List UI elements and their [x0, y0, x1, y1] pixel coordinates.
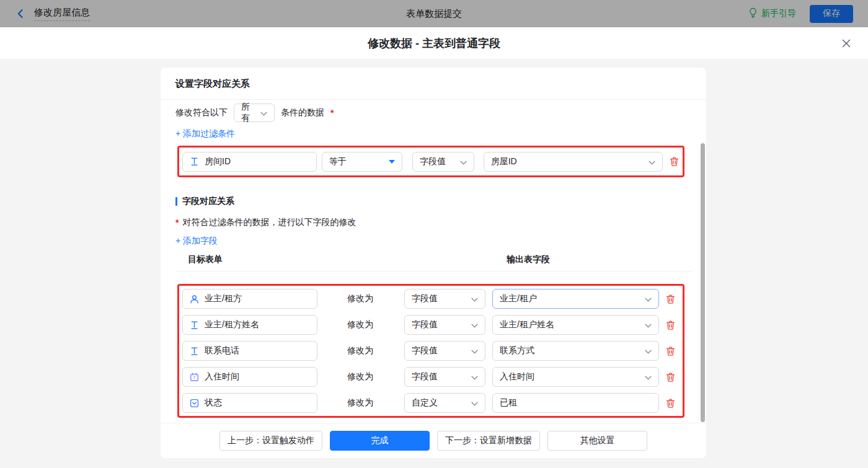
condition-scope-select[interactable]: 所有 — [234, 104, 275, 122]
modify-label: 修改为 — [347, 293, 373, 304]
chevron-down-icon — [460, 157, 467, 167]
output-field-select[interactable]: 业主/租户 — [492, 289, 659, 309]
mapping-section-label: 字段对应关系 — [182, 196, 234, 207]
text-icon — [190, 320, 199, 330]
value-method-value: 自定义 — [412, 397, 438, 408]
other-settings-button[interactable]: 其他设置 — [547, 431, 647, 451]
required-asterisk: * — [175, 218, 179, 227]
required-asterisk: * — [330, 108, 334, 118]
target-field-input[interactable]: 7 入住时间 — [182, 367, 317, 387]
modify-label: 修改为 — [347, 345, 373, 356]
mapping-description-text: 对符合过滤条件的数据，进行以下字段的修改 — [182, 217, 356, 228]
target-field-value: 业主/租方姓名 — [205, 319, 259, 330]
chevron-down-icon — [645, 320, 652, 330]
chevron-down-icon — [649, 157, 655, 167]
mapping-row: 业主/租方姓名 修改为 字段值 业主/租户姓名 — [182, 315, 680, 335]
close-icon[interactable] — [841, 38, 852, 49]
filter-value-select[interactable]: 房屋ID — [484, 152, 663, 172]
condition-prefix-label: 修改符合以下 — [175, 107, 228, 118]
output-field-value: 联系方式 — [500, 345, 534, 356]
mapping-row: 状态 修改为 自定义 已租 — [182, 393, 680, 413]
target-field-value: 入住时间 — [205, 371, 239, 382]
mapping-row: 业主/租方 修改为 字段值 业主/租户 — [182, 289, 680, 309]
chevron-down-icon — [645, 294, 652, 304]
target-field-input[interactable]: 状态 — [182, 393, 317, 413]
output-field-select[interactable]: 联系方式 — [492, 341, 659, 361]
config-panel: 设置字段对应关系 修改符合以下 所有 条件的数据 * + 添加过滤条件 — [160, 67, 707, 459]
filter-operator-value: 等于 — [329, 156, 347, 167]
chevron-down-icon — [471, 320, 478, 330]
chevron-down-icon — [645, 372, 652, 382]
modal-body: 设置字段对应关系 修改符合以下 所有 条件的数据 * + 添加过滤条件 — [0, 60, 868, 468]
trash-icon[interactable] — [665, 294, 676, 304]
panel-title: 设置字段对应关系 — [161, 68, 706, 100]
chevron-down-icon — [471, 346, 478, 356]
add-field-link[interactable]: + 添加字段 — [175, 236, 218, 247]
value-method-value: 字段值 — [412, 371, 438, 382]
filter-field-value: 房间ID — [205, 156, 231, 167]
output-field-value: 业主/租户 — [500, 293, 537, 304]
done-button[interactable]: 完成 — [330, 431, 430, 451]
value-method-select[interactable]: 自定义 — [404, 393, 485, 413]
trash-icon[interactable] — [665, 346, 676, 356]
filter-field-input[interactable]: 房间ID — [182, 152, 317, 172]
output-field-value: 业主/租户姓名 — [500, 319, 554, 330]
target-field-value: 状态 — [205, 397, 222, 408]
caret-down-icon — [389, 160, 395, 164]
mapping-rows: 业主/租方 修改为 字段值 业主/租户 业主/租方姓名 修改为 字段值 业主/租… — [182, 289, 680, 413]
topbar: 修改房屋信息 表单数据提交 新手引导 保存 — [0, 0, 868, 27]
section-accent-bar — [175, 197, 177, 206]
modal-dim-overlay — [0, 0, 868, 27]
chevron-down-icon — [260, 108, 267, 118]
value-method-value: 字段值 — [412, 319, 438, 330]
output-field-select[interactable]: 业主/租户姓名 — [492, 315, 659, 335]
chevron-down-icon — [471, 398, 478, 408]
mapping-row: 7 入住时间 修改为 字段值 入住时间 — [182, 367, 680, 387]
value-method-value: 字段值 — [412, 345, 438, 356]
trash-icon[interactable] — [665, 372, 676, 382]
scrollbar-thumb[interactable] — [701, 143, 705, 422]
column-output-field: 输出表字段 — [507, 254, 550, 265]
chevron-down-icon — [471, 294, 478, 304]
filter-valuetype-select[interactable]: 字段值 — [412, 152, 474, 172]
filter-row: 房间ID 等于 字段值 房屋ID — [182, 152, 680, 172]
mapping-column-headers: 目标表单 输出表字段 — [175, 254, 691, 272]
target-field-input[interactable]: 业主/租方 — [182, 289, 317, 309]
modal-title: 修改数据 - 主表到普通字段 — [368, 36, 500, 51]
target-field-value: 联系电话 — [205, 345, 239, 356]
mapping-section-title: 字段对应关系 — [175, 196, 691, 207]
output-field-value: 已租 — [500, 397, 517, 408]
calendar-icon: 7 — [190, 373, 199, 382]
filter-operator-select[interactable]: 等于 — [322, 152, 402, 172]
modify-label: 修改为 — [347, 319, 373, 330]
panel-footer: 上一步：设置触发动作 完成 下一步：设置新增数据 其他设置 — [161, 423, 706, 458]
person-icon — [190, 294, 199, 304]
filter-valuetype-value: 字段值 — [420, 156, 446, 167]
output-field-select[interactable]: 入住时间 — [492, 367, 659, 387]
mapping-row: 联系电话 修改为 字段值 联系方式 — [182, 341, 680, 361]
column-target-form: 目标表单 — [188, 254, 223, 265]
target-field-value: 业主/租方 — [205, 293, 242, 304]
filter-highlight-box: 房间ID 等于 字段值 房屋ID — [177, 146, 684, 177]
value-method-select[interactable]: 字段值 — [404, 315, 485, 335]
value-method-value: 字段值 — [412, 293, 438, 304]
text-icon — [190, 347, 199, 356]
value-method-select[interactable]: 字段值 — [404, 289, 485, 309]
mapping-highlight-box: 业主/租方 修改为 字段值 业主/租户 业主/租方姓名 修改为 字段值 业主/租… — [177, 284, 684, 418]
trash-icon[interactable] — [665, 398, 676, 408]
condition-scope-value: 所有 — [241, 102, 255, 124]
target-field-input[interactable]: 业主/租方姓名 — [182, 315, 317, 335]
add-filter-link[interactable]: + 添加过滤条件 — [175, 128, 235, 139]
trash-icon[interactable] — [669, 156, 680, 167]
prev-step-button[interactable]: 上一步：设置触发动作 — [219, 431, 322, 451]
mapping-description: * 对符合过滤条件的数据，进行以下字段的修改 — [175, 217, 691, 228]
trash-icon[interactable] — [665, 320, 676, 330]
value-method-select[interactable]: 字段值 — [404, 341, 485, 361]
value-method-select[interactable]: 字段值 — [404, 367, 485, 387]
output-custom-value-input[interactable]: 已租 — [492, 393, 659, 413]
condition-suffix-label: 条件的数据 — [281, 107, 324, 118]
text-field-icon — [190, 157, 199, 166]
filter-value-value: 房屋ID — [491, 156, 517, 167]
next-step-button[interactable]: 下一步：设置新增数据 — [437, 431, 540, 451]
target-field-input[interactable]: 联系电话 — [182, 341, 317, 361]
